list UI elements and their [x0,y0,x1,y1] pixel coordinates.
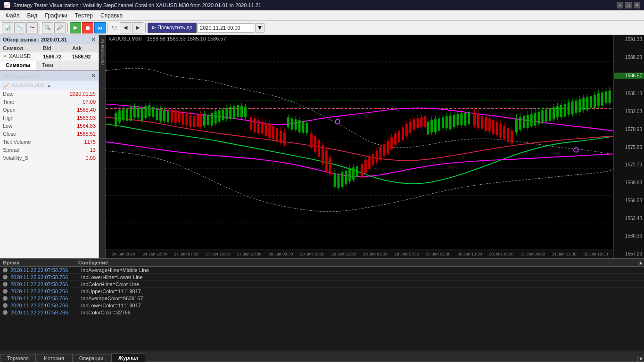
col-symbol: Символ [0,44,40,52]
price-1557: 1557.23 [614,251,644,256]
time-14: 31 Jan 03:30 [517,252,549,256]
close-button[interactable]: ✕ [634,2,640,8]
time-axis: 24 Jan 2020 24 Jan 22:30 27 Jan 07:30 27… [106,249,613,258]
scroll-up-arrow[interactable]: ▲ [47,83,51,88]
menu-view[interactable]: Вид [24,11,41,20]
toolbar-separator-3 [107,23,108,33]
data-value: 2020.01.29 [51,90,99,98]
time-10: 29 Jan 17:30 [391,252,422,256]
data-row: Close1565.52 [0,130,99,138]
data-value: 1566.03 [51,114,99,122]
data-label: Open [0,106,51,114]
time-3: 27 Jan 07:30 [171,252,202,256]
play-button[interactable]: ▶ [70,22,81,33]
data-row: Open1565.40 [0,106,99,114]
data-row: Volatility_S0.00 [0,154,99,162]
tools-label: Инструменты [99,37,105,67]
toolbar-separator-1 [40,23,40,33]
time-13: 30 Jan 18:30 [486,252,517,256]
time-2: 24 Jan 22:30 [139,252,171,256]
ask-cell: 1586.92 [69,52,99,61]
toolbar-btn-3[interactable]: 〜 [26,22,38,33]
toolbar-btn-2[interactable]: 📉 [14,22,25,33]
list-item[interactable]: 2020.11.22 22:07:58.766 InpAverageHline=… [0,267,644,274]
time-15: 31 Jan 11:30 [548,252,580,256]
market-overview: Обзор рынка : 2020.01.31 ✕ Символ Bid As… [0,35,99,71]
scroll-to-button[interactable]: ⊳ Прокрутить до [148,23,197,33]
log-indicator [3,275,8,280]
chart-area[interactable]: XAUUSD,M30 1588.58 1589.53 1585.10 1586.… [106,35,644,258]
list-item[interactable]: 2020.11.22 22:07:58.766 InpLowerColor=11… [0,302,644,309]
menu-tester[interactable]: Тестер [71,11,97,20]
list-item[interactable]: 2020.11.22 22:07:58.766 InpLowerHline=Lo… [0,274,644,281]
price-1582: 1582.03 [614,109,644,114]
log-msg-header: Сообщение [78,260,635,265]
time-8: 29 Jan 01:30 [328,252,360,256]
log-msg-cell: InpColorHline=Color Line [81,281,641,287]
rewind-button[interactable]: ⏮ [94,22,106,33]
col-ask: Ask [69,44,99,52]
log-indicator [3,296,8,301]
log-time-cell: 2020.11.22 22:07:58.766 [10,310,81,315]
instrument-label: XAUUSD,M30 [11,82,45,88]
log-time-header: Время [3,260,78,265]
market-overview-close[interactable]: ✕ [91,36,96,43]
log-scroll-up[interactable]: ▲ [637,259,644,267]
left-panel: Обзор рынка : 2020.01.31 ✕ Символ Bid As… [0,35,99,258]
table-row[interactable]: ✦XAUUSD 1586.72 1586.92 [0,52,99,61]
chart-svg [106,35,613,249]
data-row: Tick Volume1175 [0,138,99,146]
time-5: 27 Jan 23:30 [233,252,265,256]
price-1569: 1569.63 [614,180,644,185]
app-icon: 📈 [4,2,10,8]
tab-symbols[interactable]: Символы [0,61,36,70]
log-scroll-area[interactable]: 2020.11.22 22:07:58.766 InpAverageHline=… [0,267,644,351]
nav-next-button[interactable]: ▶ [132,22,143,33]
tools-sidebar: Инструменты [99,35,106,258]
list-item[interactable]: 2020.11.22 22:07:58.766 InpUpperColor=11… [0,288,644,295]
time-1: 24 Jan 2020 [107,252,139,256]
data-label: Spread [0,146,51,154]
time-11: 30 Jan 02:30 [422,252,454,256]
toolbar-btn-1[interactable]: 📊 [2,22,13,33]
price-1566: 1566.53 [614,198,644,203]
stop-button[interactable]: ⏹ [82,22,93,33]
scroll-date-input[interactable] [198,23,254,33]
data-label: High [0,114,51,122]
tab-trading[interactable]: Торговля [0,354,36,362]
menu-file[interactable]: Файл [2,11,24,20]
tab-ticks[interactable]: Тики [36,61,59,70]
symbols-ticks-tabbar: Символы Тики [0,61,99,71]
market-table: Символ Bid Ask ✦XAUUSD 1586.72 1586.92 [0,44,99,61]
bid-cell: 1586.72 [40,52,69,61]
minimize-button[interactable]: − [617,2,623,8]
data-window-close[interactable]: ✕ [91,73,96,79]
log-scroll-down[interactable]: ▼ [637,356,644,362]
tab-history[interactable]: История [37,354,71,362]
data-window-title: Окно данных [3,73,37,79]
window-title: Strategy Tester Visualization : Volatili… [13,2,617,8]
menu-charts[interactable]: Графики [41,11,71,20]
list-item[interactable]: 2020.11.22 22:07:58.766 InpAverageColor=… [0,295,644,302]
menu-help[interactable]: Справка [97,11,126,20]
data-window-instrument-header: 📈 XAUUSD,M30 ▲ [0,81,99,90]
tab-operations[interactable]: Операции [72,354,110,362]
price-1588: 1588.23 [614,55,644,60]
zoom-in-button[interactable]: 🔍 [42,22,53,33]
date-dropdown-button[interactable]: ▼ [255,23,264,33]
data-value: 1565.40 [51,106,99,114]
nav-prev-button[interactable]: ◀ [120,22,131,33]
log-msg-cell: InpAverageColor=9639167 [81,296,641,301]
time-6: 28 Jan 08:30 [265,252,297,256]
list-item[interactable]: 2020.11.22 22:07:58.766 InpColorHline=Co… [0,281,644,288]
data-label: Low [0,122,51,130]
tab-journal[interactable]: Журнал [111,354,145,362]
zoom-out-button[interactable]: 🔎 [54,22,66,33]
chart-icon: 📈 [3,82,9,89]
price-1563: 1563.43 [614,216,644,221]
log-time-cell: 2020.11.22 22:07:58.766 [10,303,81,308]
maximize-button[interactable]: □ [625,2,632,8]
list-item[interactable]: 2020.11.22 22:07:58.766 InpColorColor=32… [0,309,644,316]
log-msg-cell: InpAverageHline=Middle Line [81,267,641,273]
price-1575: 1575.83 [614,145,644,150]
